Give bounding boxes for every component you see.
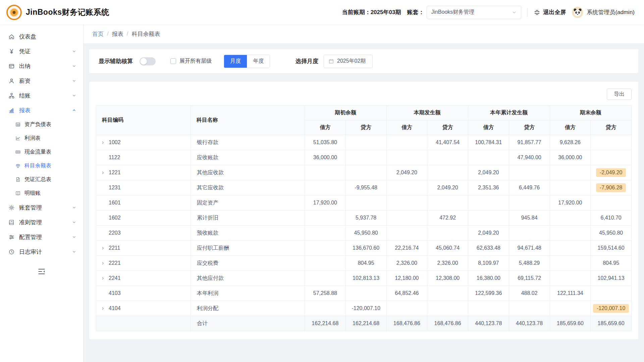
account-name-cell: 利润分配: [191, 301, 305, 316]
account-name-cell: 其他应收款: [191, 165, 305, 180]
current-period: 当前账期：2025年03期: [342, 8, 401, 16]
amount-cell: 100,784.31: [468, 135, 509, 150]
sidebar-item-label: 出纳: [19, 62, 31, 70]
col-header-debit: 借方: [550, 120, 591, 135]
closing-icon: [8, 93, 15, 99]
total-amount-cell: 168,476.86: [386, 316, 427, 331]
account-name-cell: 固定资产: [191, 195, 305, 210]
sidebar-item-report[interactable]: 报表: [0, 103, 83, 118]
amount-cell: [427, 195, 468, 210]
sidebar-item-cashflow[interactable]: 现金流量表: [0, 145, 83, 159]
expand-levels-checkbox[interactable]: 展开所有层级: [170, 58, 212, 65]
sidebar-item-closing[interactable]: 结账: [0, 88, 83, 103]
main-content: 首页 / 报表 / 科目余额表 显示辅助核算 展开所有层级 月度 年度 选择月度…: [84, 24, 644, 362]
amount-cell: [305, 301, 346, 316]
amount-cell: 64,852.46: [386, 286, 427, 301]
expand-row-icon[interactable]: [101, 276, 109, 281]
total-amount-cell: 162,214.68: [345, 316, 386, 331]
sidebar-item-standards[interactable]: 准则管理: [0, 215, 83, 230]
table-row: 4103本年利润57,258.8864,852.46122,599.36488.…: [96, 286, 632, 301]
total-code-cell: [96, 316, 191, 331]
sidebar-item-config[interactable]: 配置管理: [0, 230, 83, 244]
amount-cell: [427, 150, 468, 165]
sidebar-item-dashboard[interactable]: 仪表盘: [0, 29, 83, 44]
chevron-down-icon: [72, 64, 76, 68]
amount-cell: 36,000.00: [305, 150, 346, 165]
amount-cell: 16,380.00: [468, 271, 509, 286]
total-amount-cell: 162,214.68: [305, 316, 346, 331]
account-set-select[interactable]: JinBooks财务管理: [427, 6, 521, 19]
account-set: 账套： JinBooks财务管理: [407, 6, 521, 19]
sidebar-item-label: 科目余额表: [24, 162, 51, 169]
sidebar-item-audit[interactable]: 日志审计: [0, 244, 83, 259]
checkbox-icon: [170, 58, 176, 64]
account-code-cell: 4103: [96, 286, 191, 301]
month-picker-input[interactable]: 2025年02期: [324, 55, 373, 68]
amount-cell: [468, 195, 509, 210]
config-icon: [8, 234, 15, 240]
yearly-mode-button[interactable]: 年度: [247, 55, 270, 68]
export-button[interactable]: 导出: [607, 88, 632, 100]
expand-row-icon[interactable]: [101, 140, 109, 145]
avatar: [572, 7, 583, 18]
month-picker-label: 选择月度: [296, 57, 318, 65]
table-row: 1602累计折旧5,937.78472.92945.846,410.70: [96, 210, 632, 226]
amount-cell: [345, 135, 386, 150]
sidebar-item-payroll[interactable]: 薪资: [0, 73, 83, 88]
total-amount-cell: 185,659.60: [591, 316, 632, 331]
amount-cell: 2,049.20: [427, 180, 468, 195]
dashboard-icon: [8, 34, 15, 40]
amount-cell: [386, 135, 427, 150]
sidebar-item-ledger[interactable]: 明细账: [0, 186, 83, 200]
breadcrumb-home[interactable]: 首页: [92, 30, 104, 38]
sidebar-collapse-button[interactable]: [37, 267, 46, 276]
amount-cell: [550, 165, 591, 180]
amount-cell: 945.84: [509, 210, 550, 226]
exit-fullscreen-button[interactable]: 退出全屏: [534, 8, 566, 16]
col-header-credit: 贷方: [591, 120, 632, 135]
switch-knob: [140, 58, 147, 65]
user-menu[interactable]: 系统管理员(admin): [572, 7, 635, 18]
amount-cell: 6,449.76: [509, 180, 550, 195]
chevron-down-icon: [72, 235, 76, 239]
amount-cell: 57,258.88: [305, 286, 346, 301]
abnormal-balance-badge: -2,049.20: [596, 168, 626, 177]
amount-cell: 36,000.00: [550, 150, 591, 165]
expand-row-icon[interactable]: [101, 306, 109, 311]
col-header-credit: 贷方: [427, 120, 468, 135]
expand-row-icon[interactable]: [101, 246, 109, 250]
chevron-down-icon: [72, 220, 76, 225]
col-group-ytd-amount: 本年累计发生额: [468, 106, 550, 120]
sidebar-item-label: 配置管理: [19, 233, 42, 241]
sidebar-item-balance-sheet[interactable]: 资产负债表: [0, 118, 83, 131]
expand-row-icon[interactable]: [101, 261, 109, 265]
sidebar-item-account-set[interactable]: 账套管理: [0, 200, 83, 215]
amount-cell: -9,955.48: [345, 180, 386, 195]
amount-cell: 102,813.13: [345, 271, 386, 286]
sidebar-item-profit[interactable]: 利润表: [0, 131, 83, 145]
account-name-cell: 其它应收款: [191, 180, 305, 195]
amount-cell: 2,326.00: [427, 256, 468, 271]
abnormal-balance-badge: -7,906.28: [596, 183, 626, 192]
sidebar-item-cashier[interactable]: 出纳: [0, 59, 83, 73]
account-code: 1122: [109, 155, 120, 160]
table-row: 1122应收账款36,000.0047,940.0036,000.00: [96, 150, 632, 165]
sidebar-item-voucher-summary[interactable]: 凭证汇总表: [0, 173, 83, 186]
sidebar-item-account-balance[interactable]: 科目余额表: [0, 159, 83, 173]
amount-cell: 45,060.74: [427, 241, 468, 256]
table-row: 2211应付职工薪酬136,670.6022,216.7445,060.7462…: [96, 241, 632, 256]
amount-cell: 136,670.60: [345, 241, 386, 256]
account-name-cell: 预收账款: [191, 226, 305, 241]
sidebar-item-voucher[interactable]: 凭证: [0, 44, 83, 59]
amount-cell: -7,906.28: [591, 180, 632, 195]
monthly-mode-button[interactable]: 月度: [224, 55, 247, 68]
sidebar-submenu-report: 资产负债表利润表现金流量表科目余额表凭证汇总表明细账: [0, 118, 83, 200]
abnormal-balance-badge: -120,007.10: [593, 304, 629, 313]
expand-row-icon[interactable]: [101, 171, 109, 175]
username: 系统管理员(admin): [587, 8, 635, 16]
aux-toggle-switch[interactable]: [140, 57, 156, 65]
amount-cell: [550, 241, 591, 256]
chevron-down-icon: [72, 249, 76, 254]
standards-icon: [8, 219, 15, 226]
account-code-cell: 1122: [96, 150, 191, 165]
